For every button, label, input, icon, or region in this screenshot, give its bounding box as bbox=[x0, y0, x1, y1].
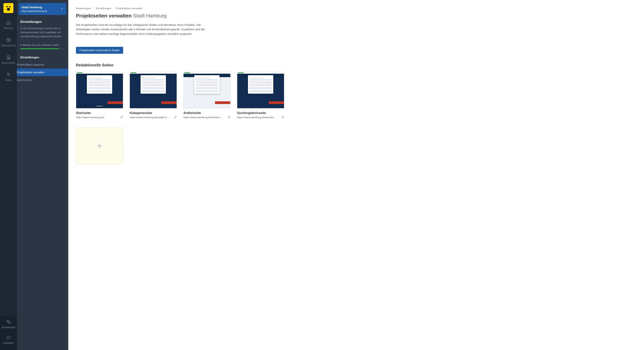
svg-point-5 bbox=[7, 321, 9, 322]
project-selector[interactable]: Stadt Hamburg https://www.hamburg.de bbox=[19, 3, 66, 15]
page-card-url: https://www.hamburg.de/stadt-staat/ bbox=[130, 116, 170, 119]
section-heading-editorial: Redaktionelle Seiten bbox=[76, 63, 636, 67]
page-thumbnail[interactable] bbox=[130, 72, 177, 108]
heartbeat-icon bbox=[6, 37, 11, 43]
main-content: Bewertungen›Einstellungen›Projektseiten … bbox=[68, 0, 644, 350]
page-thumbnail[interactable] bbox=[237, 72, 284, 108]
svg-point-1 bbox=[9, 6, 10, 7]
rail-label: Überwachung bbox=[1, 44, 16, 47]
page-card-url: https://www.hamburg.de/ bbox=[76, 116, 104, 119]
breadcrumb-item: Projektseiten verwalten bbox=[116, 7, 143, 10]
rail-label: Extras bbox=[5, 79, 12, 82]
rail-item-crawl[interactable]: Durchsuchen bbox=[2, 55, 15, 64]
next-check-text: 8 Minuten bis zum nächsten Check bbox=[20, 44, 65, 47]
next-check-progress bbox=[20, 48, 65, 49]
settings-menu-item-alerting[interactable]: Alarmierung bbox=[17, 76, 68, 84]
svg-point-2 bbox=[7, 8, 10, 11]
app-logo bbox=[4, 3, 14, 13]
pencil-icon[interactable] bbox=[174, 116, 177, 119]
power-icon bbox=[6, 335, 11, 340]
page-cards-row: AktuellesStartseitehttps://www.hamburg.d… bbox=[76, 72, 636, 119]
chevron-down-icon bbox=[60, 7, 64, 11]
page-card-title: Suchergebnisseite bbox=[237, 111, 284, 115]
breadcrumb-separator: › bbox=[113, 7, 114, 10]
rail-label: Übersicht bbox=[4, 27, 14, 30]
context-sidebar: Stadt Hamburg https://www.hamburg.de Ein… bbox=[17, 0, 68, 350]
svg-point-4 bbox=[8, 57, 10, 59]
svg-point-6 bbox=[9, 322, 10, 323]
rail-label: Einstellungen bbox=[2, 326, 15, 329]
page-card: Artikelseitehttps://www.hamburg.de/sehen… bbox=[183, 72, 230, 119]
settings-menu-item-pages[interactable]: Projektseiten verwalten bbox=[17, 69, 68, 76]
page-thumbnail[interactable] bbox=[183, 72, 230, 108]
rail-item-extras[interactable]: Extras bbox=[5, 72, 12, 82]
auto-find-pages-button[interactable]: Projektseiten automatisch finden bbox=[76, 47, 123, 54]
project-url: https://www.hamburg.de bbox=[22, 10, 47, 13]
gears-icon bbox=[6, 319, 11, 324]
page-title: Projektseiten verwalten Stadt Hamburg bbox=[76, 13, 636, 19]
breadcrumb-separator: › bbox=[93, 7, 94, 10]
pencil-icon[interactable] bbox=[281, 116, 284, 119]
breadcrumb-item[interactable]: Einstellungen bbox=[96, 7, 111, 10]
add-page-card[interactable]: + bbox=[76, 128, 123, 164]
page-card-url: https://www.hamburg.de/sehenswue… bbox=[183, 116, 224, 119]
breadcrumb: Bewertungen›Einstellungen›Projektseiten … bbox=[76, 7, 636, 10]
page-card: Kategorieseitehttps://www.hamburg.de/sta… bbox=[130, 72, 177, 119]
svg-point-0 bbox=[6, 6, 8, 7]
document-search-icon bbox=[6, 55, 11, 60]
rail-item-overview[interactable]: Übersicht bbox=[4, 20, 14, 30]
rail-item-monitoring[interactable]: Überwachung bbox=[1, 37, 16, 47]
page-card-title: Startseite bbox=[76, 111, 123, 115]
settings-menu-item-project-data[interactable]: Projektdaten anpassen bbox=[17, 61, 68, 69]
project-name: Stadt Hamburg bbox=[22, 5, 47, 9]
pencil-icon[interactable] bbox=[120, 116, 123, 119]
pencil-icon[interactable] bbox=[228, 116, 230, 119]
sidebar-heading: Einstellungen bbox=[20, 20, 65, 24]
page-card-title: Kategorieseite bbox=[130, 111, 177, 115]
page-card: AktuellesStartseitehttps://www.hamburg.d… bbox=[76, 72, 123, 119]
page-card-url: https://www.hamburg.de/portalsuch… bbox=[237, 116, 277, 119]
sidebar-description: In den Einstellungen können die zu überw… bbox=[20, 27, 65, 39]
page-card: Suchergebnisseitehttps://www.hamburg.de/… bbox=[237, 72, 284, 119]
rail-item-settings[interactable]: Einstellungen bbox=[2, 319, 15, 329]
breadcrumb-item[interactable]: Bewertungen bbox=[76, 7, 91, 10]
home-icon bbox=[6, 20, 11, 25]
rail-label: Durchsuchen bbox=[2, 62, 15, 64]
sidebar-subheading: Einstellungen bbox=[20, 56, 65, 59]
settings-menu: Projektdaten anpassenProjektseiten verwa… bbox=[17, 61, 68, 84]
page-intro: Die Projektseiten sind die Grundlage für… bbox=[76, 23, 214, 36]
page-thumbnail[interactable]: Aktuelles bbox=[76, 72, 123, 108]
nav-rail: Übersicht Überwachung Durchsuchen Extras bbox=[0, 0, 17, 350]
page-card-title: Artikelseite bbox=[183, 111, 230, 115]
rail-item-logout[interactable]: Ausloggen bbox=[3, 335, 14, 344]
plug-icon bbox=[6, 72, 11, 77]
rail-label: Ausloggen bbox=[3, 341, 14, 344]
page-title-suffix: Stadt Hamburg bbox=[133, 13, 167, 19]
plus-icon: + bbox=[97, 141, 102, 151]
